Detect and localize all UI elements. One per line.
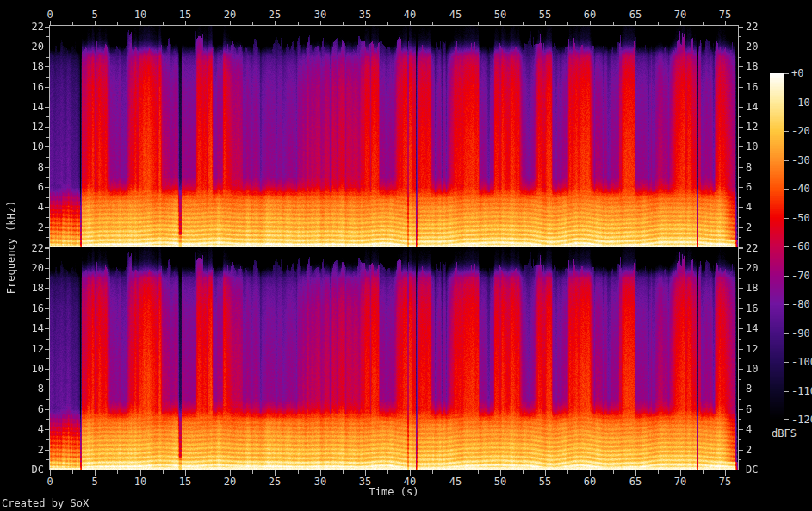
- colorbar-tick: [784, 103, 789, 103]
- freq-minor-tick: [46, 358, 49, 359]
- freq-minor-tick: [739, 379, 741, 380]
- freq-tick: [45, 450, 49, 451]
- time-tick-label: 75: [710, 9, 740, 20]
- freq-tick: [45, 127, 49, 128]
- time-tick: [545, 21, 546, 26]
- freq-tick-label: 16: [746, 82, 758, 92]
- freq-tick: [45, 409, 49, 410]
- freq-tick-label: 14: [746, 102, 758, 112]
- time-minor-tick: [703, 22, 704, 26]
- freq-tick-label: 6: [746, 404, 752, 414]
- freq-tick: [45, 349, 49, 350]
- time-tick-label: 0: [35, 477, 65, 487]
- time-tick-label: 50: [486, 9, 515, 20]
- freq-minor-tick: [739, 177, 741, 178]
- time-minor-tick: [523, 470, 524, 474]
- time-tick-label: 50: [486, 477, 515, 487]
- freq-minor-tick: [46, 116, 49, 117]
- time-minor-tick: [478, 470, 479, 474]
- freq-tick-label: 22: [15, 22, 44, 32]
- freq-dc-label: DC: [15, 464, 44, 475]
- time-tick-label: 60: [575, 9, 604, 20]
- colorbar-tick: [784, 218, 789, 219]
- freq-tick-label: 18: [746, 61, 758, 72]
- colorbar-tick-label: -110: [791, 386, 812, 396]
- time-minor-tick: [343, 470, 344, 474]
- spectrogram-channel-2: [50, 247, 738, 470]
- freq-minor-tick: [739, 439, 741, 440]
- freq-minor-tick: [739, 197, 741, 198]
- colorbar-tick: [784, 73, 789, 74]
- time-tick: [725, 21, 726, 26]
- freq-tick-label: 6: [15, 182, 44, 192]
- time-tick-label: 70: [666, 9, 695, 20]
- time-minor-tick: [387, 470, 388, 474]
- freq-minor-tick: [739, 339, 741, 340]
- freq-tick-label: 14: [15, 102, 44, 112]
- freq-tick: [45, 308, 49, 309]
- time-tick-label: 65: [621, 9, 650, 20]
- freq-tick: [739, 187, 743, 188]
- sox-spectrogram-image: 0055101015152020252530303535404045455050…: [0, 0, 812, 511]
- freq-tick-label: 18: [746, 283, 758, 293]
- freq-tick-label: 14: [15, 323, 44, 333]
- freq-tick-label: 20: [15, 263, 44, 273]
- time-minor-tick: [298, 470, 299, 474]
- colorbar-tick: [784, 391, 789, 392]
- freq-minor-tick: [46, 459, 49, 460]
- freq-minor-tick: [739, 137, 741, 138]
- time-tick-label: 65: [621, 477, 650, 487]
- freq-tick-label: 10: [746, 141, 758, 152]
- time-tick-label: 60: [575, 477, 604, 487]
- freq-tick-label: 16: [15, 303, 44, 314]
- freq-tick-label: 4: [15, 424, 44, 434]
- time-tick-label: 0: [35, 9, 65, 20]
- colorbar-tick-label: -10: [791, 97, 810, 108]
- time-tick: [410, 21, 411, 26]
- colorbar-tick-label: -60: [791, 241, 810, 252]
- freq-minor-tick: [739, 77, 741, 78]
- time-minor-tick: [432, 22, 433, 26]
- time-minor-tick: [117, 470, 118, 474]
- colorbar-tick: [784, 189, 789, 190]
- time-minor-tick: [658, 470, 659, 474]
- colorbar-tick-label: +0: [791, 68, 803, 78]
- credit-label: Created by SoX: [2, 498, 89, 508]
- time-minor-tick: [658, 22, 659, 26]
- time-minor-tick: [478, 22, 479, 26]
- colorbar-tick-label: -40: [791, 184, 810, 194]
- time-tick-label: 25: [260, 477, 289, 487]
- freq-tick: [739, 66, 743, 67]
- time-tick-label: 15: [170, 9, 200, 20]
- freq-tick: [739, 470, 743, 470]
- time-tick: [50, 21, 51, 26]
- freq-tick: [739, 429, 743, 430]
- freq-minor-tick: [46, 217, 49, 218]
- time-minor-tick: [163, 470, 164, 474]
- time-minor-tick: [298, 22, 299, 26]
- time-tick-label: 75: [710, 477, 740, 487]
- time-minor-tick: [72, 22, 73, 26]
- time-tick: [140, 21, 141, 26]
- time-minor-tick: [567, 22, 568, 26]
- freq-minor-tick: [46, 77, 49, 78]
- freq-tick-label: 22: [15, 243, 44, 253]
- freq-minor-tick: [739, 237, 741, 238]
- freq-tick: [45, 146, 49, 147]
- freq-tick: [739, 248, 743, 249]
- freq-minor-tick: [739, 298, 741, 299]
- time-minor-tick: [252, 470, 253, 474]
- freq-tick-label: 4: [746, 202, 752, 212]
- freq-tick: [739, 107, 743, 108]
- freq-tick: [739, 308, 743, 309]
- time-tick-label: 20: [215, 477, 245, 487]
- freq-tick: [739, 288, 743, 289]
- freq-tick: [739, 87, 743, 88]
- time-tick-label: 30: [306, 477, 335, 487]
- freq-minor-tick: [739, 399, 741, 400]
- colorbar-tick-label: -70: [791, 271, 810, 281]
- freq-tick: [739, 27, 743, 28]
- freq-tick-label: 2: [746, 222, 752, 233]
- freq-minor-tick: [46, 237, 49, 238]
- colorbar-tick-label: -30: [791, 155, 810, 165]
